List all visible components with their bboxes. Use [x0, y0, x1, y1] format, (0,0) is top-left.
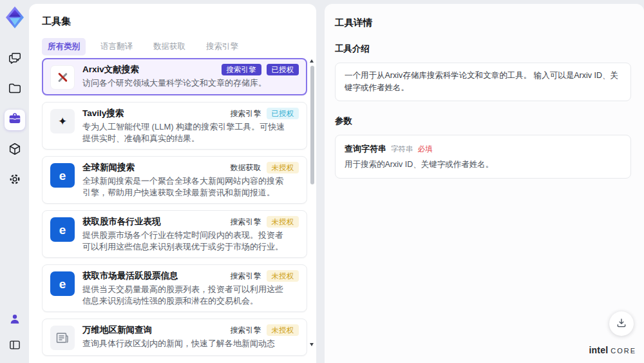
category-tab[interactable]: 搜索引擎	[200, 38, 244, 55]
parameter-type: 字符串	[391, 144, 413, 154]
tool-status-badge: 未授权	[267, 162, 299, 173]
tool-category-badge: 数据获取	[231, 162, 261, 173]
sidebar-item-user[interactable]	[5, 310, 25, 331]
tool-icon: ✦ e	[50, 163, 75, 188]
toolset-panel: 工具集 所有类别语言翻译数据获取搜索引擎 ✦ e Arxiv文献搜索 搜索引擎 …	[29, 4, 316, 363]
sidebar-item-files[interactable]	[5, 79, 25, 100]
tool-head: 万维地区新闻查询 搜索引擎 未授权	[82, 324, 299, 336]
tool-category-badge: 搜索引擎	[231, 324, 261, 336]
tool-head: Arxiv文献搜索 搜索引擎 已授权	[82, 64, 299, 75]
sidebar-item-settings[interactable]	[5, 170, 25, 191]
news-service-icon: e	[59, 170, 66, 182]
app-root: 工具集 所有类别语言翻译数据获取搜索引擎 ✦ e Arxiv文献搜索 搜索引擎 …	[0, 0, 644, 363]
news-service-icon: e	[59, 224, 66, 236]
details-title: 工具详情	[335, 17, 631, 29]
user-icon	[8, 313, 21, 328]
tool-head: Tavily搜索 搜索引擎 已授权	[82, 108, 299, 119]
intro-box: 一个用于从Arxiv存储库搜索科学论文和文章的工具。 输入可以是Arxiv ID…	[335, 63, 631, 101]
intel-core-logo: intel CORE	[589, 345, 636, 355]
sidebar-nav	[5, 49, 25, 191]
tool-name: 万维地区新闻查询	[82, 324, 152, 336]
tool-description: 提供当天交易量最高的股票列表，投资者可以利用这些信息来识别流动性强的股票和潜在的…	[82, 284, 287, 306]
tool-description: 专为人工智能代理 (LLM) 构建的搜索引擎工具。可快速提供实时、准确和真实的结…	[82, 121, 287, 144]
sidebar	[0, 0, 29, 363]
intro-heading: 工具介绍	[335, 43, 631, 55]
tool-description: 查询具体行政区划内的新闻，快速了解各地新闻动态	[82, 338, 287, 349]
tool-name: 全球新闻搜索	[82, 162, 135, 173]
briefcase-icon	[8, 112, 22, 128]
tool-status-badge: 未授权	[267, 216, 299, 228]
parameter-head: 查询字符串 字符串 必填	[345, 143, 621, 155]
tool-status-badge: 已授权	[267, 64, 299, 75]
tool-category-badge: 搜索引擎	[231, 108, 261, 119]
intro-text: 一个用于从Arxiv存储库搜索科学论文和文章的工具。 输入可以是Arxiv ID…	[345, 71, 618, 92]
main-content: 工具集 所有类别语言翻译数据获取搜索引擎 ✦ e Arxiv文献搜索 搜索引擎 …	[29, 0, 644, 363]
parameter-card: 查询字符串 字符串 必填 用于搜索的Arxiv ID、关键字或作者姓名。	[335, 135, 631, 179]
tool-category-badge: 搜索引擎	[222, 64, 261, 75]
parameter-name: 查询字符串	[345, 143, 386, 155]
tool-card[interactable]: ✦ e Arxiv文献搜索 搜索引擎 已授权 访问各个研究领域大量科学论文和文章…	[42, 58, 307, 95]
sidebar-bottom	[5, 310, 25, 357]
params-heading: 参数	[335, 115, 631, 127]
news-service-icon: e	[59, 278, 66, 290]
tool-tags: 搜索引擎 未授权	[231, 270, 299, 282]
tool-name: Tavily搜索	[82, 108, 124, 119]
cube-icon	[8, 142, 22, 159]
sidebar-item-toolbox[interactable]	[5, 110, 25, 130]
parameter-required-badge: 必填	[418, 144, 433, 154]
tool-category-badge: 搜索引擎	[231, 216, 261, 228]
folder-icon	[8, 81, 22, 98]
download-icon	[616, 317, 627, 331]
tool-head: 获取股市各行业表现 搜索引擎 未授权	[82, 216, 299, 228]
intel-wordmark: intel	[589, 345, 608, 355]
scrollbar-thumb[interactable]	[310, 66, 314, 184]
scroll-down-arrow-icon[interactable]	[310, 343, 314, 346]
scroll-up-arrow-icon[interactable]	[310, 59, 314, 63]
tool-body: 获取股市各行业表现 搜索引擎 未授权 提供股票市场各个行业在特定时间段内的表现。…	[82, 216, 299, 252]
toolset-title: 工具集	[42, 15, 303, 28]
tool-card[interactable]: ✦ e 获取市场最活跃股票信息 搜索引擎 未授权 提供当天交易量最高的股票列表，…	[42, 264, 307, 312]
sidebar-item-chat[interactable]	[5, 49, 25, 70]
tavily-star-icon: ✦	[58, 116, 67, 127]
tool-body: 万维地区新闻查询 搜索引擎 未授权 查询具体行政区划内的新闻，快速了解各地新闻动…	[82, 324, 299, 350]
tool-tags: 搜索引擎 未授权	[231, 324, 299, 336]
tool-card[interactable]: ✦ e 万维地区新闻查询 搜索引擎 未授权 查询具体行政区划内的新闻，快速了解各…	[42, 319, 307, 356]
tool-head: 获取市场最活跃股票信息 搜索引擎 未授权	[82, 270, 299, 282]
tool-card[interactable]: ✦ e 全球新闻搜索 数据获取 未授权 全球新闻搜索是一个聚合全球各大新闻网站内…	[42, 156, 307, 204]
tool-description: 全球新闻搜索是一个聚合全球各大新闻网站内容的搜索引擎，帮助用户快速获取全球最新资…	[82, 175, 287, 198]
parameter-description: 用于搜索的Arxiv ID、关键字或作者姓名。	[345, 159, 621, 170]
tool-icon: ✦ e	[50, 326, 75, 350]
category-tab[interactable]: 数据获取	[147, 38, 191, 55]
tool-description: 提供股票市场各个行业在特定时间段内的表现。投资者可以利用这些信息来识别表现优于或…	[82, 230, 287, 252]
core-wordmark: CORE	[611, 347, 636, 355]
tool-tags: 搜索引擎 未授权	[231, 216, 299, 228]
sidebar-item-models[interactable]	[5, 140, 25, 161]
tool-icon: ✦ e	[50, 217, 75, 242]
gear-icon	[8, 172, 22, 189]
tool-name: Arxiv文献搜索	[82, 64, 139, 75]
download-button[interactable]	[609, 311, 634, 336]
tool-card[interactable]: ✦ e Tavily搜索 搜索引擎 已授权 专为人工智能代理 (LLM) 构建的…	[42, 102, 307, 150]
category-tab[interactable]: 所有类别	[42, 38, 86, 55]
tool-name: 获取股市各行业表现	[82, 216, 161, 228]
tool-tags: 搜索引擎 已授权	[222, 64, 299, 75]
tool-tags: 数据获取 未授权	[231, 162, 299, 173]
tool-head: 全球新闻搜索 数据获取 未授权	[82, 162, 299, 173]
tool-list: ✦ e Arxiv文献搜索 搜索引擎 已授权 访问各个研究领域大量科学论文和文章…	[42, 58, 307, 363]
tool-status-badge: 未授权	[267, 270, 299, 282]
sidebar-item-collapse[interactable]	[5, 336, 25, 357]
tool-description: 访问各个研究领域大量科学论文和文章的存储库。	[82, 77, 287, 89]
tool-icon: ✦ e	[50, 109, 75, 133]
category-tab[interactable]: 语言翻译	[95, 38, 138, 55]
tool-details-panel: 工具详情 工具介绍 一个用于从Arxiv存储库搜索科学论文和文章的工具。 输入可…	[325, 4, 644, 363]
tool-tags: 搜索引擎 已授权	[231, 108, 299, 119]
category-tabs: 所有类别语言翻译数据获取搜索引擎	[42, 38, 303, 55]
app-logo-icon	[3, 5, 26, 30]
tool-status-badge: 未授权	[267, 324, 299, 336]
layout-panel-icon	[8, 338, 21, 354]
tool-status-badge: 已授权	[267, 108, 299, 119]
parameter-list: 查询字符串 字符串 必填 用于搜索的Arxiv ID、关键字或作者姓名。	[335, 135, 631, 179]
tool-icon: ✦ e	[50, 271, 75, 296]
tool-card[interactable]: ✦ e 获取股市各行业表现 搜索引擎 未授权 提供股票市场各个行业在特定时间段内…	[42, 210, 307, 258]
arxiv-logo-icon	[56, 71, 69, 84]
